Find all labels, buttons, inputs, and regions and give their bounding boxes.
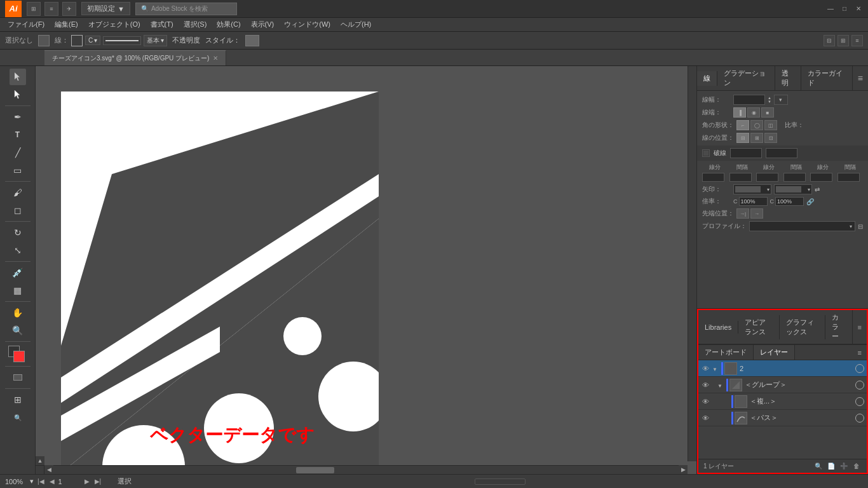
menu-window[interactable]: ウィンドウ(W) bbox=[279, 18, 336, 30]
dash-preview-2[interactable] bbox=[766, 148, 797, 158]
corner-miter-btn[interactable]: ⌐ bbox=[736, 120, 749, 130]
fill-swatch[interactable] bbox=[38, 35, 50, 46]
tab-libraries[interactable]: Libraries bbox=[698, 321, 738, 334]
layer-visibility-toggle[interactable]: 👁 bbox=[698, 381, 712, 389]
artboard-tool[interactable]: ⊞ bbox=[10, 391, 26, 408]
cloud-icon[interactable]: ≡ bbox=[44, 2, 58, 16]
search-btn[interactable]: 🔍 bbox=[10, 409, 26, 426]
stroke-dropdown[interactable]: C ▾ bbox=[85, 36, 100, 45]
dash-input-4[interactable] bbox=[783, 173, 806, 182]
nav-first-btn[interactable]: |◀ bbox=[36, 478, 46, 485]
layer-row[interactable]: 👁 ▼ ＜グループ＞ bbox=[698, 377, 867, 393]
layer-visibility-toggle[interactable]: 👁 bbox=[698, 414, 712, 422]
layer-target[interactable] bbox=[855, 381, 864, 390]
eyedropper-tool[interactable]: 💉 bbox=[10, 264, 26, 281]
scroll-nav-up[interactable]: ▲ bbox=[36, 456, 44, 465]
layers-add-btn[interactable]: ➕ bbox=[839, 461, 849, 471]
dash-input-3[interactable] bbox=[756, 173, 778, 182]
corner-bevel-btn[interactable]: ◫ bbox=[764, 120, 777, 130]
profile-dropdown[interactable]: ▾ bbox=[749, 221, 855, 231]
document-tab[interactable]: チーズアイコン3.svg* @ 100% (RGB/GPU プレビュー) ✕ bbox=[44, 50, 226, 65]
layers-page-btn[interactable]: 📄 bbox=[826, 461, 836, 471]
type-tool[interactable]: T bbox=[10, 126, 26, 143]
menu-view[interactable]: 表示(V) bbox=[246, 18, 280, 30]
dash-input-6[interactable] bbox=[837, 173, 860, 182]
pen-tool[interactable]: ✒ bbox=[10, 109, 26, 125]
style-swatch[interactable] bbox=[245, 35, 259, 46]
paint-tool[interactable]: 🖌 bbox=[10, 184, 26, 201]
zoom-tool[interactable]: 🔍 bbox=[10, 322, 26, 339]
tab-graphics[interactable]: グラフィックス bbox=[780, 315, 825, 339]
layers-sub-menu-icon[interactable]: ≡ bbox=[853, 346, 867, 359]
menu-type[interactable]: 書式(T) bbox=[146, 18, 179, 30]
stroke-type-dropdown[interactable]: 基本 ▾ bbox=[144, 35, 167, 46]
tip-start-btn[interactable]: →| bbox=[736, 208, 749, 219]
cap-flat-btn[interactable]: ▐ bbox=[733, 107, 746, 118]
hand-tool[interactable]: ✋ bbox=[10, 304, 26, 321]
profile-flip-btn[interactable]: ⊟ bbox=[858, 223, 863, 230]
ratio-end-input[interactable] bbox=[775, 197, 804, 206]
tip-end-btn[interactable]: → bbox=[750, 208, 763, 219]
menu-select[interactable]: 選択(S) bbox=[179, 18, 212, 30]
arrow-end-dropdown[interactable]: ▾ bbox=[774, 184, 812, 194]
stroke-swatch[interactable] bbox=[71, 35, 83, 46]
ratio-link-btn[interactable]: 🔗 bbox=[806, 198, 814, 205]
nav-last-btn[interactable]: ▶| bbox=[93, 478, 103, 485]
position-outside-btn[interactable]: ⊡ bbox=[764, 133, 777, 143]
graph-tool[interactable]: ▦ bbox=[10, 282, 26, 299]
search-input[interactable]: 🔍 Adobe Stock を検索 bbox=[135, 3, 237, 15]
cap-square-btn[interactable]: ■ bbox=[761, 107, 774, 118]
close-button[interactable]: ✕ bbox=[854, 4, 863, 13]
dash-input-2[interactable] bbox=[729, 173, 752, 182]
grid-icon[interactable]: ⊞ bbox=[27, 2, 41, 16]
layer-row[interactable]: 👁 ＜複...＞ bbox=[698, 393, 867, 410]
cap-round-btn[interactable]: ◉ bbox=[747, 107, 760, 118]
tab-transparency[interactable]: 透明 bbox=[775, 66, 801, 90]
layers-delete-btn[interactable]: 🗑 bbox=[851, 461, 862, 471]
distribute-btn[interactable]: ≡ bbox=[851, 35, 863, 46]
select-tool[interactable] bbox=[10, 69, 26, 85]
dash-toggle[interactable] bbox=[702, 149, 710, 157]
layers-menu-icon[interactable]: ≡ bbox=[853, 321, 867, 334]
share-icon[interactable]: ✈ bbox=[62, 2, 76, 16]
arrow-start-dropdown[interactable]: ▾ bbox=[733, 184, 771, 194]
maximize-button[interactable]: □ bbox=[840, 4, 849, 13]
position-center-btn[interactable]: ⊟ bbox=[736, 133, 749, 143]
direct-select-tool[interactable] bbox=[10, 86, 26, 103]
corner-round-btn[interactable]: ◯ bbox=[750, 120, 763, 130]
layer-target[interactable] bbox=[855, 364, 864, 373]
dash-input-1[interactable] bbox=[702, 173, 724, 182]
line-tool[interactable]: ╱ bbox=[10, 144, 26, 161]
nav-next-btn[interactable]: ▶ bbox=[83, 478, 91, 485]
menu-help[interactable]: ヘルプ(H) bbox=[336, 18, 376, 30]
align-h-btn[interactable]: ⊟ bbox=[824, 35, 835, 46]
tab-color-guide[interactable]: カラーガイド bbox=[801, 66, 853, 90]
change-mode-tool[interactable] bbox=[10, 369, 26, 386]
tab-close-button[interactable]: ✕ bbox=[213, 55, 218, 62]
tab-artboard[interactable]: アートボード bbox=[698, 345, 754, 360]
tab-layers[interactable]: レイヤー bbox=[754, 345, 795, 360]
fill-swatch-tool[interactable] bbox=[13, 351, 25, 362]
position-inside-btn[interactable]: ⊞ bbox=[750, 133, 763, 143]
tab-color[interactable]: カラー bbox=[825, 310, 853, 344]
layer-expand-toggle[interactable]: ▼ bbox=[717, 381, 726, 389]
layer-target[interactable] bbox=[855, 397, 864, 406]
canvas-scroll-vertical[interactable] bbox=[688, 66, 696, 461]
layer-visibility-toggle[interactable]: 👁 bbox=[698, 398, 712, 405]
layer-row[interactable]: 👁 ▼ 2 bbox=[698, 360, 867, 377]
layers-search-btn[interactable]: 🔍 bbox=[813, 461, 824, 471]
minimize-button[interactable]: — bbox=[826, 4, 835, 13]
menu-effect[interactable]: 効果(C) bbox=[212, 18, 245, 30]
scale-tool[interactable]: ⤡ bbox=[10, 242, 26, 259]
menu-edit[interactable]: 編集(E) bbox=[50, 18, 83, 30]
ratio-start-input[interactable] bbox=[739, 197, 768, 206]
panel-menu-icon[interactable]: ≡ bbox=[853, 71, 868, 86]
tab-appearance[interactable]: アピアランス bbox=[738, 315, 780, 339]
scroll-nav-right[interactable]: ▶ bbox=[679, 465, 688, 474]
rotate-tool[interactable]: ↻ bbox=[10, 224, 26, 241]
shape-tool[interactable]: ▭ bbox=[10, 162, 26, 179]
dash-preview-1[interactable] bbox=[730, 148, 762, 158]
eraser-tool[interactable]: ◻ bbox=[10, 202, 26, 219]
scroll-nav-left[interactable]: ◀ bbox=[44, 465, 53, 474]
dash-input-5[interactable] bbox=[810, 173, 832, 182]
